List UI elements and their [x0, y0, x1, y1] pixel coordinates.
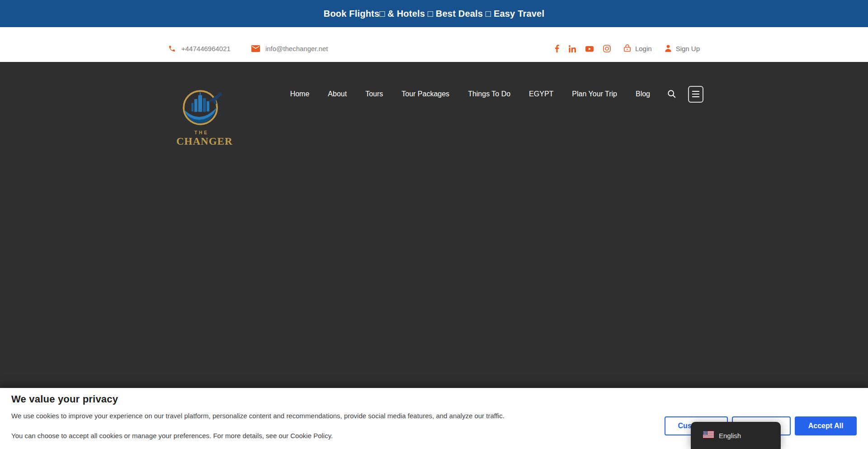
accept-all-button[interactable]: Accept All — [795, 416, 857, 435]
login-button[interactable]: Login — [623, 44, 652, 53]
phone-link[interactable]: +447446964021 — [168, 45, 231, 52]
contact-info: +447446964021 info@thechanger.net — [168, 45, 328, 52]
nav-item-home[interactable]: Home — [290, 90, 310, 98]
youtube-icon[interactable] — [585, 46, 594, 52]
nav-item-tour-packages[interactable]: Tour Packages — [401, 90, 449, 98]
nav-item-things-to-do[interactable]: Things To Do — [468, 90, 510, 98]
announcement-banner: Book Flights□ & Hotels □ Best Deals □ Ea… — [0, 0, 868, 27]
email-address: info@thechanger.net — [265, 45, 328, 52]
nav-item-plan-your-trip[interactable]: Plan Your Trip — [572, 90, 617, 98]
cookie-title: We value your privacy — [11, 393, 118, 405]
email-link[interactable]: info@thechanger.net — [251, 45, 328, 52]
top-utility-bar: +447446964021 info@thechanger.net — [0, 27, 868, 62]
nav-menu: Home About Tours Tour Packages Things To… — [290, 85, 703, 104]
nav-item-tours[interactable]: Tours — [365, 90, 383, 98]
cookie-description: We use cookies to improve your experienc… — [11, 412, 505, 420]
hamburger-menu-button[interactable] — [688, 86, 703, 103]
phone-number: +447446964021 — [181, 45, 231, 52]
logo-text-the: THE — [176, 130, 227, 135]
user-icon — [665, 44, 672, 53]
cookie-policy-text: You can choose to accept all cookies or … — [11, 432, 333, 440]
main-navigation: THE CHANGER Home About Tours Tour Packag… — [168, 62, 700, 143]
nav-item-blog[interactable]: Blog — [636, 90, 650, 98]
nav-item-egypt[interactable]: EGYPT — [529, 90, 553, 98]
facebook-icon[interactable] — [555, 45, 559, 52]
signup-label: Sign Up — [676, 45, 700, 52]
signup-button[interactable]: Sign Up — [665, 44, 700, 53]
language-selector[interactable]: English — [691, 422, 781, 449]
topbar-right: Login Sign Up — [555, 44, 700, 53]
phone-icon — [168, 45, 176, 52]
logo-emblem-icon — [178, 121, 225, 128]
site-logo[interactable]: THE CHANGER — [176, 87, 227, 147]
language-label: English — [719, 432, 741, 440]
social-links — [555, 45, 611, 52]
logo-text-changer: CHANGER — [176, 136, 227, 147]
us-flag-icon — [703, 431, 714, 440]
lock-icon — [623, 44, 631, 53]
mail-icon — [251, 45, 260, 52]
announcement-text: Book Flights□ & Hotels □ Best Deals □ Ea… — [324, 9, 544, 19]
search-icon[interactable] — [667, 90, 676, 99]
nav-item-about[interactable]: About — [328, 90, 347, 98]
instagram-icon[interactable] — [603, 45, 611, 52]
login-label: Login — [635, 45, 652, 52]
linkedin-icon[interactable] — [569, 45, 576, 52]
